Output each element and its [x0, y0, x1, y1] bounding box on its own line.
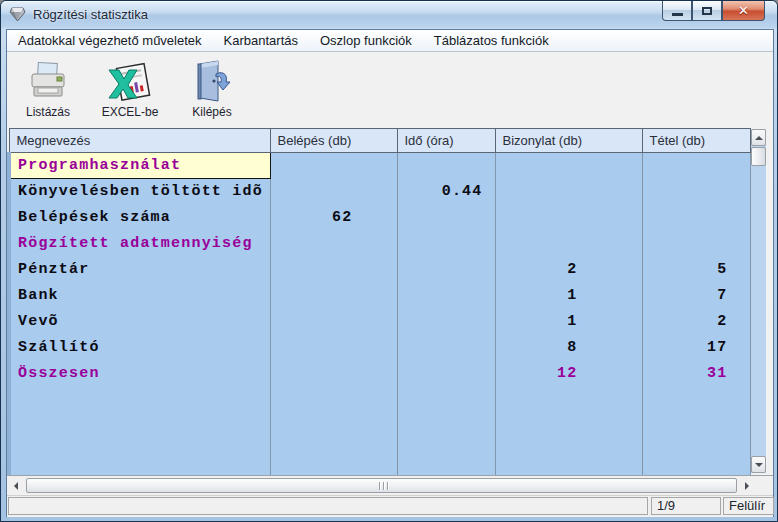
cell-r1-c0[interactable]: Könyvelésben töltött idõ: [9, 179, 270, 205]
close-icon: ✕: [738, 4, 749, 17]
cell-r0-c4[interactable]: [642, 153, 750, 179]
toolbar-button-list-z-s[interactable]: Listázás: [13, 58, 83, 119]
statistics-table: MegnevezésBelépés (db)Idő (óra)Bizonylat…: [7, 128, 751, 475]
menu-item-2[interactable]: Oszlop funkciók: [309, 30, 423, 52]
status-message-panel: [8, 497, 648, 515]
table-row[interactable]: Szállító817: [9, 335, 750, 361]
arrow-right-icon: [745, 482, 749, 490]
cell-r3-c2[interactable]: [397, 231, 495, 257]
cell-r6-c2[interactable]: [397, 309, 495, 335]
cell-r6-c4[interactable]: 2: [642, 309, 750, 335]
cell-r7-c1[interactable]: [270, 335, 397, 361]
printer-icon: [25, 60, 71, 104]
cell-r0-c1[interactable]: [270, 153, 397, 179]
cell-r0-c3[interactable]: [495, 153, 642, 179]
close-button[interactable]: ✕: [722, 1, 765, 21]
cell-r6-c1[interactable]: [270, 309, 397, 335]
cell-r3-c1[interactable]: [270, 231, 397, 257]
table-row[interactable]: Vevõ12: [9, 309, 750, 335]
table-row[interactable]: Bank17: [9, 283, 750, 309]
status-record-counter: 1/9: [651, 497, 721, 515]
table-row[interactable]: Belépések száma62: [9, 205, 750, 231]
column-header-2[interactable]: Idő (óra): [397, 129, 495, 153]
empty-cell: [270, 387, 397, 475]
vertical-scrollbar[interactable]: [751, 129, 766, 473]
statusbar: 1/9 Felülír: [7, 496, 773, 517]
cell-r7-c2[interactable]: [397, 335, 495, 361]
menu-item-0[interactable]: Adatokkal végezhető műveletek: [7, 30, 213, 52]
maximize-button[interactable]: [692, 1, 722, 21]
menu-item-3[interactable]: Táblázatos funkciók: [423, 30, 560, 52]
menu-item-1[interactable]: Karbantartás: [213, 30, 309, 52]
cell-r1-c3[interactable]: [495, 179, 642, 205]
scroll-left-button[interactable]: [7, 476, 25, 496]
toolbar-button-excel-be[interactable]: EXCEL-be: [95, 58, 165, 119]
cell-r8-c1[interactable]: [270, 361, 397, 387]
horizontal-scrollbar[interactable]: [7, 476, 773, 496]
empty-cell: [397, 387, 495, 475]
table-row[interactable]: Könyvelésben töltött idõ0.44: [9, 179, 750, 205]
titlebar[interactable]: Rögzítési statisztika ✕: [1, 1, 777, 28]
cell-r2-c3[interactable]: [495, 205, 642, 231]
maximize-icon: [702, 7, 712, 15]
vertical-scroll-thumb[interactable]: [751, 147, 766, 166]
minimize-button[interactable]: [662, 1, 692, 21]
cell-r0-c2[interactable]: [397, 153, 495, 179]
arrow-down-icon: [755, 463, 763, 467]
cell-r1-c4[interactable]: [642, 179, 750, 205]
app-window: Rögzítési statisztika ✕ Adatokkal végezh…: [0, 0, 778, 522]
table-row[interactable]: Pénztár25: [9, 257, 750, 283]
column-header-3[interactable]: Bizonylat (db): [495, 129, 642, 153]
cell-r7-c4[interactable]: 17: [642, 335, 750, 361]
cell-r5-c2[interactable]: [397, 283, 495, 309]
column-header-1[interactable]: Belépés (db): [270, 129, 397, 153]
cell-r8-c3[interactable]: 12: [495, 361, 642, 387]
toolbar-button-kil-p-s[interactable]: Kilépés: [177, 58, 247, 119]
cell-r2-c4[interactable]: [642, 205, 750, 231]
empty-cell: [9, 387, 270, 475]
horizontal-scroll-thumb[interactable]: [26, 478, 737, 493]
cell-r2-c2[interactable]: [397, 205, 495, 231]
cell-r8-c4[interactable]: 31: [642, 361, 750, 387]
table-row[interactable]: Rögzített adatmennyiség: [9, 231, 750, 257]
table-row[interactable]: Programhasználat: [9, 153, 750, 179]
cell-r5-c1[interactable]: [270, 283, 397, 309]
cell-r6-c3[interactable]: 1: [495, 309, 642, 335]
cell-r7-c0[interactable]: Szállító: [9, 335, 270, 361]
cell-r5-c0[interactable]: Bank: [9, 283, 270, 309]
column-header-0[interactable]: Megnevezés: [9, 129, 270, 153]
cell-r1-c2[interactable]: 0.44: [397, 179, 495, 205]
cell-r4-c4[interactable]: 5: [642, 257, 750, 283]
cell-r0-c0[interactable]: Programhasználat: [9, 153, 270, 179]
column-header-4[interactable]: Tétel (db): [642, 129, 750, 153]
cell-r4-c3[interactable]: 2: [495, 257, 642, 283]
toolbar-button-label: Kilépés: [192, 105, 231, 119]
cell-r5-c3[interactable]: 1: [495, 283, 642, 309]
grid-body: ProgramhasználatKönyvelésben töltött idõ…: [9, 153, 750, 475]
cell-r8-c2[interactable]: [397, 361, 495, 387]
toolbar-button-label: EXCEL-be: [102, 105, 159, 119]
cell-r4-c2[interactable]: [397, 257, 495, 283]
cell-r2-c0[interactable]: Belépések száma: [9, 205, 270, 231]
cell-r8-c0[interactable]: Összesen: [9, 361, 270, 387]
empty-cell: [642, 387, 750, 475]
cell-r4-c1[interactable]: [270, 257, 397, 283]
exit-door-icon: [189, 60, 235, 104]
cell-r1-c1[interactable]: [270, 179, 397, 205]
scroll-up-button[interactable]: [751, 129, 766, 146]
cell-r5-c4[interactable]: 7: [642, 283, 750, 309]
grid-area: MegnevezésBelépés (db)Idő (óra)Bizonylat…: [7, 128, 773, 476]
cell-r3-c4[interactable]: [642, 231, 750, 257]
scroll-right-button[interactable]: [738, 476, 756, 496]
excel-icon: [107, 60, 153, 104]
cell-r3-c0[interactable]: Rögzített adatmennyiség: [9, 231, 270, 257]
table-row[interactable]: Összesen1231: [9, 361, 750, 387]
cell-r4-c0[interactable]: Pénztár: [9, 257, 270, 283]
scroll-down-button[interactable]: [751, 456, 766, 473]
cell-r2-c1[interactable]: 62: [270, 205, 397, 231]
scroll-grip: [379, 482, 389, 490]
toolbar: ListázásEXCEL-beKilépés: [7, 52, 773, 128]
cell-r6-c0[interactable]: Vevõ: [9, 309, 270, 335]
cell-r7-c3[interactable]: 8: [495, 335, 642, 361]
cell-r3-c3[interactable]: [495, 231, 642, 257]
